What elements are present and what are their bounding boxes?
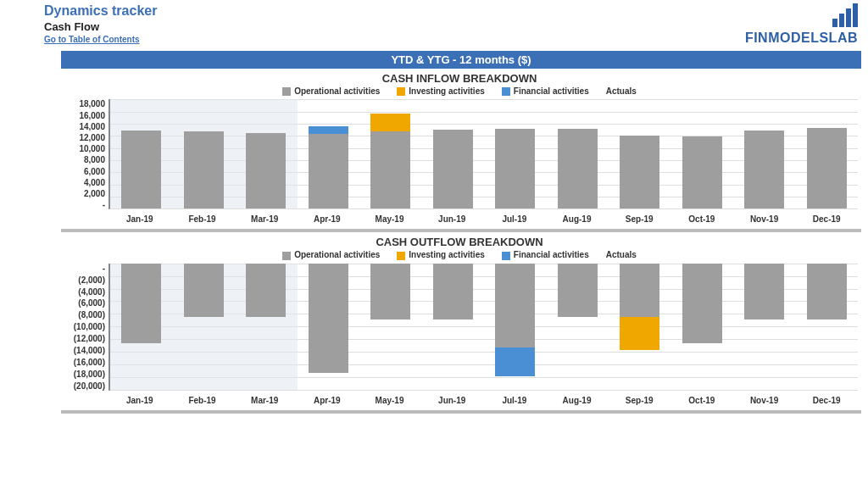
x-tick: Oct-19 [670,214,733,224]
x-tick: Nov-19 [733,396,796,405]
logo: FINMODELSLAB [745,3,861,46]
toc-link[interactable]: Go to Table of Contents [44,35,140,44]
bar-segment [246,264,286,317]
bar-stack [620,264,659,350]
x-tick: Dec-19 [795,396,858,405]
bar-slot [422,99,485,208]
bar-segment [682,264,722,344]
bar-stack [558,264,598,317]
x-tick: Jul-19 [483,396,546,405]
bar-segment [682,136,722,208]
x-axis: Jan-19Feb-19Mar-19Apr-19May-19Jun-19Jul-… [108,396,858,405]
bar-slot [796,99,859,208]
separator [61,229,861,232]
bar-slot [671,99,734,208]
y-tick: (10,000) [74,322,105,331]
y-tick: (2,000) [78,275,105,285]
x-tick: Apr-19 [296,396,359,405]
bar-stack [121,264,161,344]
page-subtitle: Cash Flow [44,20,157,33]
bar-stack [495,129,535,208]
legend: Operational activitiesInvesting activiti… [61,250,858,259]
x-tick: May-19 [359,214,421,224]
y-tick: (12,000) [74,334,105,343]
bar-segment [370,264,410,320]
bar-stack [370,264,410,320]
bar-segment [309,264,348,373]
x-tick: Jun-19 [420,396,483,405]
bar-segment [184,264,224,317]
bar-segment [370,131,410,209]
bar-segment [495,129,535,208]
y-tick: 6,000 [84,167,105,176]
bar-slot [547,264,609,390]
y-tick: (14,000) [74,346,105,355]
y-tick: (20,000) [74,381,105,391]
app-title: Dynamics tracker [44,3,157,19]
bar-stack [433,264,473,320]
bar-segment [807,128,847,208]
bar-stack [682,136,722,208]
y-tick: (8,000) [78,310,105,320]
x-tick: Jun-19 [420,214,483,224]
x-axis: Jan-19Feb-19Mar-19Apr-19May-19Jun-19Jul-… [108,214,858,224]
x-tick: Aug-19 [546,396,609,405]
bar-segment [620,317,659,350]
bar-stack [309,126,348,208]
plot-area [108,264,858,391]
plot-area [108,99,858,209]
x-tick: Dec-19 [795,214,858,224]
bar-slot [110,99,173,208]
x-tick: Feb-19 [171,396,234,405]
y-tick: 12,000 [79,133,105,142]
bar-segment [495,264,535,347]
bar-slot [359,99,422,208]
bar-stack [246,133,286,209]
bar-slot [796,264,859,390]
x-tick: Sep-19 [608,214,670,224]
bar-segment [121,131,161,208]
y-axis: -(2,000)(4,000)(6,000)(8,000)(10,000)(12… [61,264,108,391]
bar-slot [173,99,236,208]
x-tick: Nov-19 [733,214,796,224]
x-tick: Aug-19 [546,214,609,224]
bar-segment [433,264,473,320]
y-tick: (18,000) [74,370,105,379]
bar-stack [495,264,535,377]
bar-slot [609,99,671,208]
bar-stack [184,264,224,317]
chart: CASH INFLOW BREAKDOWNOperational activit… [61,72,858,224]
bar-segment [620,136,659,209]
x-tick: May-19 [359,396,421,405]
bar-slot [235,99,298,208]
logo-text: FINMODELSLAB [745,31,858,46]
bar-stack [620,136,659,209]
x-tick: Jul-19 [483,214,546,224]
section-band: YTD & YTG - 12 months ($) [61,51,861,69]
bar-segment [807,264,847,320]
legend-item: Investing activities [397,86,484,96]
bar-segment [744,131,784,208]
legend-item: Actuals [606,86,637,96]
header: Dynamics tracker Cash Flow Go to Table o… [7,3,861,46]
bar-segment [184,131,224,208]
logo-icon [832,3,858,27]
y-tick: 10,000 [79,144,105,153]
y-tick: - [103,200,105,209]
bar-segment [744,264,784,320]
bar-stack [246,264,286,317]
legend-item: Financial activities [502,86,589,96]
bar-segment [246,133,286,209]
x-tick: Jan-19 [108,214,171,224]
bar-stack [744,131,784,208]
legend-item: Operational activities [282,250,380,259]
bar-segment [620,264,659,317]
bar-slot [235,264,298,390]
bar-stack [370,114,410,208]
bar-segment [309,134,348,208]
y-tick: 16,000 [79,111,105,120]
bar-segment [433,130,473,208]
bar-slot [298,99,360,208]
bar-slot [733,99,796,208]
chart: CASH OUTFLOW BREAKDOWNOperational activi… [61,236,858,404]
